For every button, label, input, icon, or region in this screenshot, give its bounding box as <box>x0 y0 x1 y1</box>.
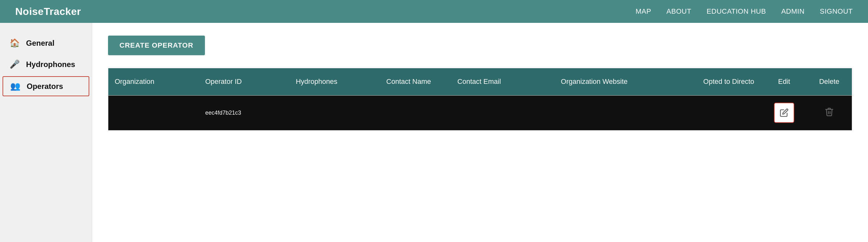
sidebar: 🏠 General 🎤 Hydrophones 👥 Operators <box>0 23 92 242</box>
brand-logo: NoiseTracker <box>15 6 81 18</box>
td-edit-cell <box>762 96 807 129</box>
nav-admin[interactable]: ADMIN <box>781 7 804 16</box>
td-delete-cell <box>807 101 852 125</box>
td-opted <box>697 107 762 119</box>
th-edit: Edit <box>762 68 807 95</box>
td-hydrophones <box>289 107 380 119</box>
th-contact-name: Contact Name <box>380 68 451 95</box>
sidebar-label-hydrophones: Hydrophones <box>26 60 75 69</box>
nav-signout[interactable]: SIGNOUT <box>820 7 853 16</box>
sidebar-label-operators: Operators <box>27 82 63 91</box>
home-icon: 🏠 <box>9 38 20 48</box>
td-org-website <box>554 107 697 119</box>
nav-about[interactable]: ABOUT <box>666 7 691 16</box>
operators-icon: 👥 <box>10 81 20 91</box>
td-operator-id: eec4fd7b21c3 <box>199 103 289 123</box>
th-org-website: Organization Website <box>554 68 697 95</box>
th-operator-id: Operator ID <box>199 68 289 95</box>
sidebar-item-operators[interactable]: 👥 Operators <box>3 76 89 96</box>
nav-map[interactable]: MAP <box>636 7 651 16</box>
nav-education-hub[interactable]: EDUCATION HUB <box>707 7 766 16</box>
td-contact-name <box>380 107 451 119</box>
th-organization: Organization <box>108 68 199 95</box>
td-contact-email <box>451 107 555 119</box>
sidebar-item-general[interactable]: 🏠 General <box>0 32 92 54</box>
main-content: CREATE OPERATOR Organization Operator ID… <box>92 23 868 242</box>
sidebar-label-general: General <box>26 39 54 48</box>
layout: 🏠 General 🎤 Hydrophones 👥 Operators CREA… <box>0 23 868 242</box>
navbar: NoiseTracker MAP ABOUT EDUCATION HUB ADM… <box>0 0 868 23</box>
microphone-icon: 🎤 <box>9 59 20 69</box>
th-opted: Opted to Directo <box>697 68 762 95</box>
table-row: eec4fd7b21c3 <box>108 95 852 130</box>
delete-button[interactable] <box>825 107 834 119</box>
create-operator-button[interactable]: CREATE OPERATOR <box>108 36 205 55</box>
sidebar-item-hydrophones[interactable]: 🎤 Hydrophones <box>0 54 92 75</box>
table-header: Organization Operator ID Hydrophones Con… <box>108 68 852 95</box>
th-contact-email: Contact Email <box>451 68 555 95</box>
td-organization <box>108 107 199 119</box>
th-hydrophones: Hydrophones <box>289 68 380 95</box>
edit-button[interactable] <box>774 102 794 123</box>
operators-table: Organization Operator ID Hydrophones Con… <box>108 68 852 130</box>
th-delete: Delete <box>807 68 852 95</box>
nav-links: MAP ABOUT EDUCATION HUB ADMIN SIGNOUT <box>636 7 853 16</box>
